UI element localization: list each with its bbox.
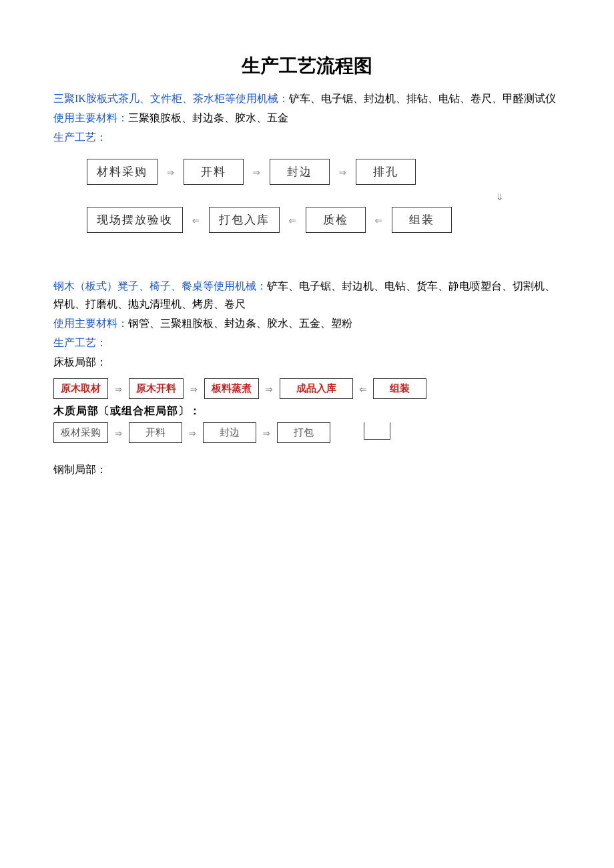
flow-box: 打包入库 [209,207,280,233]
flow-box: 打包 [277,422,330,443]
flow-box: 排孔 [356,159,416,185]
arrow-right-icon [115,426,122,440]
s1-materials-label: 使用主要材料： [53,112,128,123]
arrow-right-icon [167,165,174,179]
s1-machinery-text: 铲车、电子锯、封边机、排钻、电钻、卷尺、甲醛测试仪 [289,93,556,104]
connector-stub [364,422,390,440]
s2-materials-text: 钢管、三聚粗胺板、封边条、胶水、五金、塑粉 [128,318,352,329]
flow-box: 板料蒸煮 [204,378,259,399]
arrow-left-icon [360,382,367,396]
flow-diagram-2: 原木取材 原木开料 板料蒸煮 成品入库 组装 木质局部〔或组合柜局部〕： 板材采… [53,373,561,452]
s2-materials-label: 使用主要材料： [53,318,128,329]
arrow-right-icon [253,165,260,179]
arrow-left-icon [192,213,200,227]
flow-box: 原木开料 [129,378,184,399]
s2-process-label: 生产工艺： [53,337,107,348]
flow-box: 现场摆放验收 [87,207,183,233]
s2-process: 生产工艺： [53,334,561,352]
arrow-right-icon [190,382,198,396]
arrow-right-icon [266,382,273,396]
flow-box: 材料采购 [87,159,158,185]
flow-box: 成品入库 [280,378,353,399]
s1-process: 生产工艺： [53,128,561,146]
flow-diagram-1: 材料采购 开料 封边 排孔 现场摆放验收 打包入库 质检 组装 [53,148,561,250]
arrow-left-icon [289,213,296,227]
arrow-left-icon [375,213,382,227]
s2-materials: 使用主要材料：钢管、三聚粗胺板、封边条、胶水、五金、塑粉 [53,314,561,332]
flow-box: 开料 [129,422,182,443]
s2-sub3: 钢制局部： [53,460,561,478]
arrow-right-icon [189,426,196,440]
arrow-right-icon [115,382,122,396]
s1-machinery-label: 三聚IK胺板式茶几、文件柜、茶水柜等使用机械： [53,93,289,104]
s2-machinery-label: 钢木（板式）凳子、椅子、餐桌等使用机械： [53,280,267,292]
flow-box: 质检 [306,207,366,233]
s2-machinery: 钢木（板式）凳子、椅子、餐桌等使用机械：铲车、电子锯、封边机、电钻、货车、静电喷… [53,277,561,313]
flow-box: 组装 [373,378,426,399]
page-title: 生产工艺流程图 [53,53,561,79]
arrow-down-icon [496,189,503,203]
flow-box: 板材采购 [53,422,108,443]
s2-sub2: 木质局部〔或组合柜局部〕： [53,402,561,420]
arrow-right-icon [263,426,270,440]
s1-materials-text: 三聚狼胺板、封边条、胶水、五金 [128,112,288,123]
s1-process-label: 生产工艺： [53,131,107,143]
flow-box: 组装 [392,207,452,233]
s1-machinery: 三聚IK胺板式茶几、文件柜、茶水柜等使用机械：铲车、电子锯、封边机、排钻、电钻、… [53,89,561,107]
s2-sub1: 床板局部： [53,353,561,371]
arrow-right-icon [339,165,346,179]
s1-materials: 使用主要材料：三聚狼胺板、封边条、胶水、五金 [53,109,561,127]
flow-box: 封边 [270,159,330,185]
flow-box: 原木取材 [53,378,108,399]
flow-box: 封边 [203,422,256,443]
flow-box: 开料 [184,159,244,185]
